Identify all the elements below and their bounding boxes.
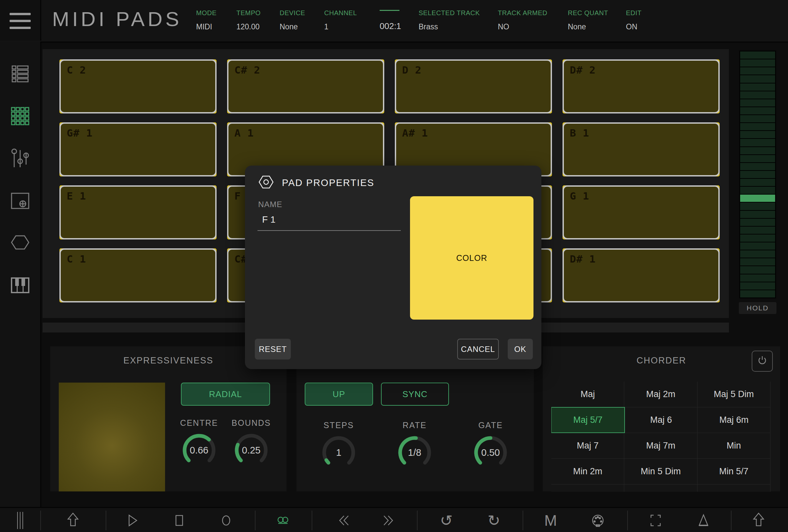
pad-properties-icon [257,173,275,192]
radial-button[interactable]: RADIAL [181,383,270,406]
pad-2-3[interactable]: G 1 [563,185,720,240]
triangle-icon[interactable] [691,508,716,532]
rewind-icon[interactable] [330,508,355,532]
toolbar-separator [417,511,418,530]
forward-icon[interactable] [377,508,402,532]
steps-knob[interactable]: STEPS1 [316,421,362,472]
metronome-m-icon[interactable]: M [538,508,563,532]
power-icon [756,354,769,368]
toolbar-separator [312,511,312,530]
xy-pad-icon[interactable] [9,190,31,211]
header-field-tempo[interactable]: TEMPO120.00 [236,0,280,42]
arp-direction-button[interactable]: UP [305,383,373,406]
pad-name-input[interactable]: F 1 [257,211,401,231]
knob-label: STEPS [316,421,362,430]
loop-icon[interactable] [270,508,295,532]
hold-button[interactable]: HOLD [739,302,776,314]
header-field-device[interactable]: DEVICENone [280,0,324,42]
knob-dial: 0.66 [179,430,219,470]
header-field-label: SELECTED TRACK [419,9,480,17]
shift-up-icon[interactable] [746,508,771,532]
mixer-sliders-icon[interactable] [9,148,31,169]
pad-3-3[interactable]: D# 1 [563,248,720,303]
chord-cell[interactable]: Maj [551,382,624,407]
bounds-knob[interactable]: BOUNDS0.25 [228,418,274,470]
pad-label: B 1 [570,127,589,139]
pad-3-0[interactable]: C 1 [59,248,217,303]
undo-icon[interactable]: ↺ [434,508,459,532]
track-list-icon[interactable] [9,63,31,84]
knob-label: RATE [392,421,438,430]
chorder-power-button[interactable] [752,351,773,372]
header-field-rec-quant[interactable]: REC QUANTNone [568,0,626,42]
midi-din-icon[interactable] [585,508,610,532]
header-field-value: NO [498,22,509,31]
chord-cell[interactable]: Maj 5/7 [551,407,625,433]
header-field-edit[interactable]: EDITON [626,0,666,42]
chord-cell[interactable] [697,484,770,492]
chord-cell[interactable]: Maj 5 Dim [697,382,770,407]
stop-icon[interactable] [167,508,192,532]
header-field-mode[interactable]: MODEMIDI [196,0,236,42]
pad-0-0[interactable]: C 2 [59,59,217,114]
keyboard-icon[interactable] [9,275,31,296]
cancel-button[interactable]: CANCEL [457,339,499,360]
toolbar-separator [627,511,628,530]
meter-segment [740,123,775,130]
pad-grid-icon[interactable] [9,105,31,127]
pad-1-3[interactable]: B 1 [563,122,720,177]
knob-dial: 0.25 [231,430,271,470]
pitch-fader[interactable] [739,50,776,299]
pad-color-swatch[interactable]: COLOR [410,196,533,320]
pad-name-value: F 1 [262,214,275,225]
header-field-position[interactable]: 002:1 [380,0,419,42]
chord-cell[interactable]: Min 5/7 [697,458,770,485]
gate-knob[interactable]: GATE0.50 [468,421,514,472]
pad-0-1[interactable]: C# 2 [227,59,384,114]
play-icon[interactable] [119,508,144,532]
pad-surface: D# 1 [563,248,720,303]
expressiveness-xy-pad[interactable] [59,383,165,491]
chord-cell[interactable]: Min 5 Dim [624,458,697,485]
knob-value: 0.50 [471,433,510,472]
pad-0-3[interactable]: D# 2 [563,59,720,114]
chord-cell[interactable]: Maj 6m [697,407,770,433]
hexagon-icon[interactable] [9,232,31,253]
pad-2-0[interactable]: E 1 [59,185,217,240]
chord-cell[interactable]: Maj 7m [624,433,697,459]
chord-cell[interactable]: Min 2m [551,458,624,485]
rate-knob[interactable]: RATE1/8 [392,421,438,472]
chord-cell[interactable] [624,484,697,492]
header-field-channel[interactable]: CHANNEL1 [324,0,380,42]
chord-cell[interactable]: Maj 7 [551,433,624,459]
panel-handle-icon[interactable] [7,508,33,532]
record-icon[interactable] [214,508,239,532]
redo-icon[interactable]: ↻ [481,508,507,532]
chord-cell[interactable] [551,484,624,492]
header-field-track-armed[interactable]: TRACK ARMEDNO [498,0,568,42]
meter-segment [740,91,775,99]
pad-surface: B 1 [563,122,720,177]
meter-segment [740,234,775,242]
reset-button[interactable]: RESET [255,339,291,360]
pad-label: C# 2 [234,64,260,76]
chord-cell[interactable]: Maj 6 [625,407,698,433]
octave-up-icon[interactable] [60,508,85,532]
ok-button[interactable]: OK [508,339,533,360]
pad-0-2[interactable]: D 2 [395,59,552,114]
pad-surface: C# 2 [227,59,384,114]
menu-button[interactable] [0,0,41,41]
meter-segment [740,203,775,210]
sync-button[interactable]: SYNC [381,383,449,406]
centre-knob[interactable]: CENTRE0.66 [176,418,222,470]
meter-segment [740,107,775,115]
header-field-selected-track[interactable]: SELECTED TRACKBrass [419,0,498,42]
knob-label: BOUNDS [228,418,274,428]
header-field-label: DEVICE [280,9,305,17]
chord-cell[interactable]: Min [697,433,770,459]
frame-icon[interactable] [643,508,668,532]
knob-dial: 1 [319,433,358,472]
chord-cell[interactable]: Maj 2m [624,382,697,407]
pad-1-0[interactable]: G# 1 [59,122,217,177]
name-label: NAME [258,200,282,209]
